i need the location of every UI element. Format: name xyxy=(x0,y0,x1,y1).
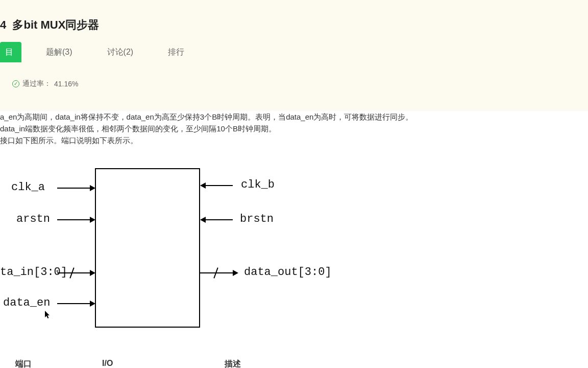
signal-data-out: data_out[3:0] xyxy=(244,266,332,279)
content-panel: a_en为高期间，data_in将保持不变，data_en为高至少保持3个B时钟… xyxy=(0,111,588,368)
wire-data-in xyxy=(57,272,90,273)
signal-brstn: brstn xyxy=(240,213,274,225)
desc-line-3: 接口如下图所示。端口说明如下表所示。 xyxy=(0,134,588,146)
port-table-header: 端口 I/O 描述 xyxy=(0,359,588,368)
pass-rate-value: 41.16% xyxy=(54,80,78,88)
arrow-left-icon xyxy=(200,217,206,223)
arrow-left-icon xyxy=(200,182,206,189)
tab-solution[interactable]: 题解(3) xyxy=(36,42,83,62)
wire-arstn xyxy=(57,219,90,220)
wire-clk-a xyxy=(57,188,90,189)
wire-data-en xyxy=(57,303,90,304)
signal-clk-a: clk_a xyxy=(11,181,45,194)
table-header-desc: 描述 xyxy=(225,359,378,368)
pass-rate-label: 通过率： xyxy=(22,79,51,88)
desc-line-2: data_in端数据变化频率很低，相邻两个数据间的变化，至少间隔10个B时钟周期… xyxy=(0,123,588,134)
table-header-port: 端口 xyxy=(0,359,102,368)
page-title: 4 多bit MUX同步器 xyxy=(0,0,588,33)
cursor-icon xyxy=(45,311,51,319)
check-circle-icon: ✓ xyxy=(12,80,19,87)
pass-rate-row: ✓ 通过率： 41.16% xyxy=(12,79,588,88)
title-text: 多bit MUX同步器 xyxy=(12,18,99,31)
wire-brstn xyxy=(205,219,233,220)
arrow-right-icon xyxy=(233,270,238,276)
table-header-io: I/O xyxy=(102,359,225,368)
tabs: 目 题解(3) 讨论(2) 排行 xyxy=(0,42,588,62)
description: a_en为高期间，data_in将保持不变，data_en为高至少保持3个B时钟… xyxy=(0,111,588,146)
desc-line-1: a_en为高期间，data_in将保持不变，data_en为高至少保持3个B时钟… xyxy=(0,111,588,123)
signal-arstn: arstn xyxy=(16,213,50,225)
tab-discuss[interactable]: 讨论(2) xyxy=(97,42,144,62)
signal-clk-b: clk_b xyxy=(241,178,275,191)
module-box xyxy=(95,168,200,328)
tab-rank[interactable]: 排行 xyxy=(158,42,194,62)
tab-problem[interactable]: 目 xyxy=(0,42,21,62)
wire-clk-b xyxy=(205,185,233,186)
arrow-right-icon xyxy=(90,301,95,307)
arrow-right-icon xyxy=(90,270,95,276)
signal-data-en: data_en xyxy=(3,296,50,309)
title-prefix: 4 xyxy=(0,18,6,31)
arrow-right-icon xyxy=(90,185,95,191)
module-diagram: clk_a arstn ta_in[3:0] data_en clk_b brs… xyxy=(0,162,357,330)
arrow-right-icon xyxy=(90,217,95,223)
